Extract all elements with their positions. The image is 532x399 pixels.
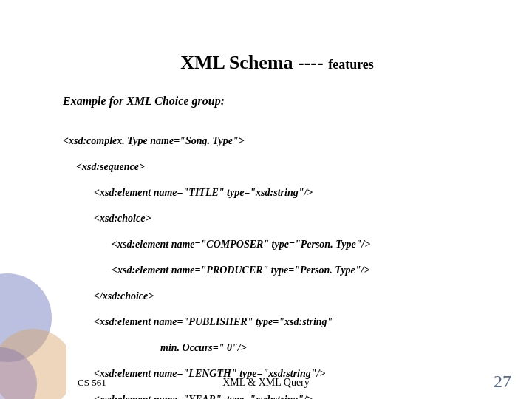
title-main: XML Schema ---- xyxy=(180,52,328,73)
code-line: </xsd:choice> xyxy=(63,290,491,303)
code-line: <xsd:sequence> xyxy=(63,160,491,174)
footer-topic: XML & XML Query xyxy=(0,377,532,389)
slide: XML Schema ---- features Example for XML… xyxy=(0,0,532,399)
page-number: 27 xyxy=(494,372,511,392)
code-block: <xsd:complex. Type name="Song. Type"> <x… xyxy=(63,121,491,399)
code-line: <xsd:choice> xyxy=(63,212,491,225)
section-heading: Example for XML Choice group: xyxy=(63,95,491,108)
slide-title: XML Schema ---- features xyxy=(63,52,491,74)
code-line: <xsd:complex. Type name="Song. Type"> xyxy=(63,134,491,148)
code-line: min. Occurs=" 0"/> xyxy=(63,341,491,355)
code-line: <xsd:element name="PRODUCER" type="Perso… xyxy=(63,264,491,277)
code-line: <xsd:element name="YEAR" type="xsd:strin… xyxy=(63,393,491,400)
title-suffix: features xyxy=(328,57,374,72)
code-line: <xsd:element name="PUBLISHER" type="xsd:… xyxy=(63,316,491,329)
code-line: <xsd:element name="COMPOSER" type="Perso… xyxy=(63,238,491,251)
code-line: <xsd:element name="TITLE" type="xsd:stri… xyxy=(63,186,491,200)
